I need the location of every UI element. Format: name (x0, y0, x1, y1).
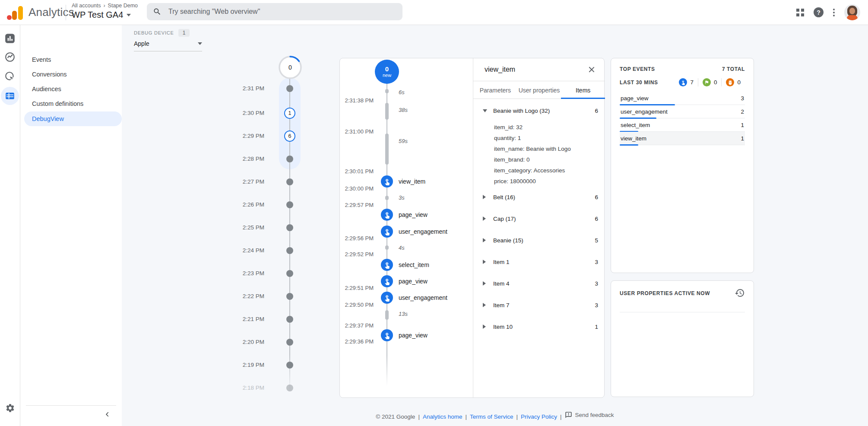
help-icon[interactable]: ? (814, 7, 824, 17)
item-group[interactable]: Item 4 3 (473, 278, 605, 289)
tap-event-icon[interactable] (381, 175, 393, 188)
events-count: 7 (690, 79, 694, 86)
minute-dot[interactable] (286, 201, 293, 208)
item-name: Item 7 (493, 302, 595, 308)
apps-grid-icon[interactable] (796, 9, 804, 16)
search-input[interactable] (168, 7, 377, 16)
minute-dot[interactable] (286, 293, 293, 300)
explore-icon[interactable] (1, 48, 19, 66)
event-name[interactable]: page_view (399, 331, 428, 340)
item-count: 6 (595, 216, 598, 222)
event-name[interactable]: page_view (399, 210, 428, 219)
current-minute-circle[interactable]: 0 (278, 55, 302, 79)
item-property: item_name: Beanie with Logo (494, 145, 571, 153)
event-timestamp: 2:30:01 PM (340, 168, 374, 175)
minute-count-bubble[interactable]: 6 (284, 130, 295, 142)
account-switcher[interactable]: All accounts › Stape Demo WP Test GA4 (72, 3, 138, 20)
item-group[interactable]: Item 7 3 (473, 300, 605, 310)
minute-dot[interactable] (286, 316, 293, 323)
event-name[interactable]: user_engagement (399, 227, 447, 236)
sidebar-item-events[interactable]: Events (24, 52, 122, 67)
events-card: 0 new 2:31:38 PM 2:31:00 PM 2:30:01 PM 2… (339, 58, 605, 398)
sidebar-item-custom-definitions[interactable]: Custom definitions (24, 96, 122, 111)
tap-event-icon[interactable] (381, 292, 393, 304)
item-name: Item 4 (493, 280, 595, 287)
minute-dot[interactable] (286, 270, 293, 277)
item-name: Item 10 (493, 324, 595, 330)
expand-triangle-icon (483, 324, 486, 329)
tap-event-icon[interactable] (381, 226, 393, 238)
expand-triangle-icon (483, 238, 486, 242)
debug-device-selected: Apple (134, 40, 149, 47)
sidebar-item-debugview[interactable]: DebugView (24, 111, 122, 126)
tap-event-icon[interactable] (381, 259, 393, 271)
event-name[interactable]: select_item (399, 261, 429, 269)
tab-items[interactable]: Items (561, 82, 605, 99)
copyright: © 2021 Google (376, 413, 415, 420)
debug-device-count-badge: 1 (178, 29, 190, 37)
event-timestamp: 2:31:38 PM (340, 97, 374, 105)
expand-triangle-icon (483, 303, 486, 307)
minute-count-bubble[interactable]: 1 (284, 108, 295, 119)
breadcrumb-account[interactable]: Stape Demo (108, 3, 138, 9)
top-event-row[interactable]: user_engagement 2 (620, 105, 745, 118)
item-group[interactable]: Cap (17) 6 (473, 213, 605, 224)
event-name[interactable]: page_view (399, 277, 428, 286)
top-event-row[interactable]: view_item 1 (620, 132, 745, 145)
detail-tabs: Parameters User properties Items (473, 82, 605, 99)
more-menu-icon[interactable] (833, 9, 835, 16)
tab-user-properties[interactable]: User properties (517, 82, 561, 99)
top-event-row[interactable]: page_view 3 (620, 92, 745, 105)
advertising-icon[interactable] (1, 67, 19, 86)
event-name[interactable]: user_engagement (399, 293, 447, 302)
minute-dot[interactable] (286, 247, 293, 254)
expand-triangle-icon (483, 216, 486, 221)
avatar[interactable] (844, 4, 860, 20)
item-property: quantity: 1 (494, 134, 521, 142)
tap-event-icon[interactable] (381, 329, 393, 341)
analytics-logo[interactable]: Analytics (6, 3, 74, 21)
item-group[interactable]: Item 1 3 (473, 257, 605, 267)
minute-dot[interactable] (286, 178, 293, 185)
minute-dot[interactable] (286, 85, 293, 92)
top-event-name: user_engagement (621, 108, 668, 115)
debug-device-select[interactable]: Apple (134, 40, 202, 51)
close-icon[interactable] (587, 65, 596, 74)
minute-dot[interactable] (286, 385, 293, 391)
item-group[interactable]: Item 10 1 (473, 321, 605, 332)
minute-dot[interactable] (286, 339, 293, 346)
breadcrumb-accounts[interactable]: All accounts (72, 3, 101, 9)
minute-dot[interactable] (286, 224, 293, 231)
top-event-count: 3 (741, 95, 744, 102)
minute-label: 2:25 PM (225, 224, 264, 232)
sidebar-item-conversions[interactable]: Conversions (24, 67, 122, 82)
sidebar-item-audiences[interactable]: Audiences (24, 82, 122, 96)
reports-icon[interactable] (1, 29, 19, 48)
item-group-expanded[interactable]: Beanie with Logo (32) 6 (473, 105, 605, 116)
privacy-link[interactable]: Privacy Policy (521, 413, 557, 420)
tab-parameters[interactable]: Parameters (473, 82, 517, 99)
top-event-row[interactable]: select_item 1 (620, 118, 745, 132)
event-timestamp: 2:29:37 PM (340, 322, 374, 330)
settings-gear-icon[interactable] (5, 403, 15, 415)
terms-link[interactable]: Terms of Service (470, 413, 513, 420)
configure-icon[interactable] (1, 87, 19, 105)
conversions-counter: 0 (698, 78, 722, 86)
global-search[interactable] (147, 3, 402, 20)
item-group[interactable]: Beanie (15) 5 (473, 235, 605, 245)
item-group[interactable]: Belt (16) 6 (473, 192, 605, 202)
event-name[interactable]: view_item (399, 177, 425, 186)
collapse-sidebar-icon[interactable] (103, 410, 112, 419)
minute-dot[interactable] (286, 156, 293, 162)
sidebar-divider (26, 405, 116, 406)
tap-event-icon[interactable] (381, 209, 393, 221)
property-name[interactable]: WP Test GA4 (72, 10, 123, 20)
analytics-home-link[interactable]: Analytics home (423, 413, 463, 420)
minute-dot[interactable] (286, 362, 293, 369)
new-events-label: new (383, 73, 391, 78)
send-feedback-button[interactable]: Send feedback (565, 411, 614, 419)
debug-device-label: DEBUG DEVICE (134, 30, 174, 35)
history-icon[interactable] (735, 288, 745, 300)
tap-event-icon[interactable] (381, 275, 393, 287)
new-events-circle[interactable]: 0 new (375, 60, 399, 84)
